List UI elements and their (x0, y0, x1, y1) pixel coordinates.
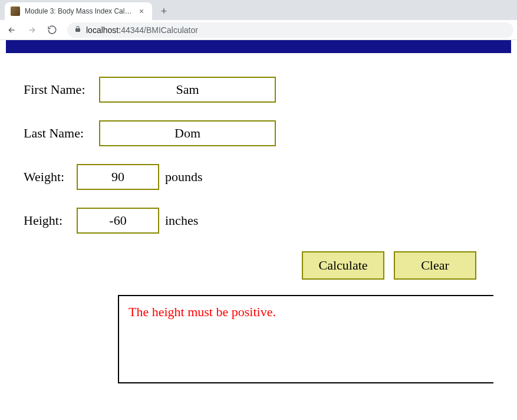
label-first-name: First Name: (24, 82, 99, 97)
result-box: The height must be positive. (118, 295, 493, 383)
weight-unit: pounds (165, 169, 203, 185)
row-last-name: Last Name: (24, 120, 493, 146)
first-name-input[interactable] (99, 77, 276, 103)
browser-chrome: Module 3: Body Mass Index Calcu × + loca… (0, 0, 517, 40)
close-tab-icon[interactable]: × (137, 6, 146, 16)
weight-input[interactable] (77, 164, 159, 190)
page-content: First Name: Last Name: Weight: pounds He… (0, 40, 517, 383)
button-row: Calculate Clear (24, 251, 493, 280)
reload-button[interactable] (44, 22, 60, 38)
reload-icon (47, 25, 57, 35)
favicon-icon (11, 6, 20, 16)
lock-icon (74, 25, 81, 34)
header-bar (6, 40, 511, 53)
tab-bar: Module 3: Body Mass Index Calcu × + (0, 0, 517, 20)
address-bar[interactable]: localhost:44344/BMICalculator (67, 22, 513, 38)
url-host: localhost: (86, 25, 121, 35)
browser-tab[interactable]: Module 3: Body Mass Index Calcu × (5, 2, 152, 20)
forward-button[interactable] (24, 22, 40, 38)
arrow-right-icon (27, 25, 37, 35)
back-button[interactable] (4, 22, 20, 38)
last-name-input[interactable] (99, 120, 276, 146)
clear-button[interactable]: Clear (394, 251, 476, 280)
label-height: Height: (24, 213, 77, 228)
label-weight: Weight: (24, 169, 77, 185)
bmi-form: First Name: Last Name: Weight: pounds He… (0, 53, 517, 383)
row-first-name: First Name: (24, 77, 493, 103)
url-text: localhost:44344/BMICalculator (86, 25, 198, 35)
url-path: /BMICalculator (144, 25, 198, 35)
arrow-left-icon (7, 25, 17, 35)
result-message: The height must be positive. (129, 304, 276, 319)
height-unit: inches (165, 213, 198, 228)
row-weight: Weight: pounds (24, 164, 493, 190)
new-tab-button[interactable]: + (156, 3, 172, 19)
row-height: Height: inches (24, 208, 493, 234)
calculate-button[interactable]: Calculate (302, 251, 384, 280)
height-input[interactable] (77, 208, 159, 234)
browser-toolbar: localhost:44344/BMICalculator (0, 20, 517, 40)
url-port: 44344 (121, 25, 144, 35)
label-last-name: Last Name: (24, 126, 99, 141)
tab-title: Module 3: Body Mass Index Calcu (25, 7, 132, 15)
